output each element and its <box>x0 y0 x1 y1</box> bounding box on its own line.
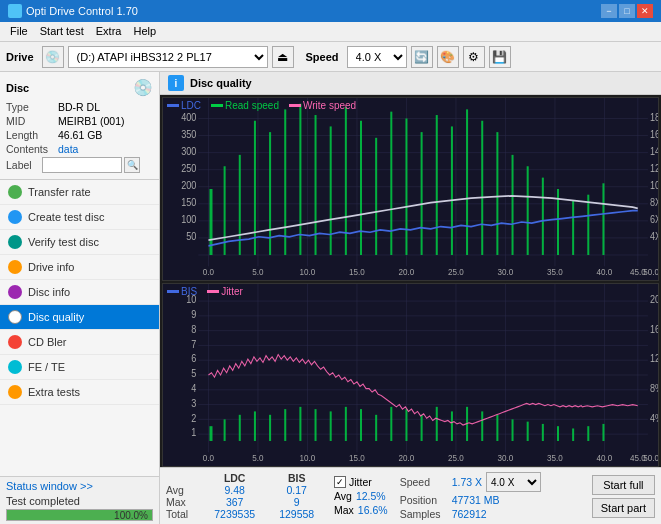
speed-stat-select[interactable]: 4.0 X <box>486 472 541 492</box>
svg-rect-68 <box>527 166 529 255</box>
sidebar-status-area: Status window >> Test completed 100.0% <box>0 476 159 524</box>
svg-rect-145 <box>572 428 574 441</box>
svg-rect-123 <box>239 415 241 441</box>
settings-button[interactable]: ⚙ <box>463 46 485 68</box>
svg-text:8%: 8% <box>650 383 658 395</box>
svg-rect-142 <box>527 422 529 441</box>
cd-bler-icon <box>8 335 22 349</box>
svg-rect-139 <box>481 411 483 441</box>
right-stats: Speed 1.73 X 4.0 X Position 47731 MB Sam… <box>400 472 541 520</box>
start-full-button[interactable]: Start full <box>592 475 655 495</box>
sidebar-item-label-create-test-disc: Create test disc <box>28 211 104 223</box>
status-window-button[interactable]: Status window >> <box>6 480 93 492</box>
svg-text:6: 6 <box>191 353 196 365</box>
sidebar-item-extra-tests[interactable]: Extra tests <box>0 380 159 405</box>
svg-text:30.0: 30.0 <box>498 453 514 464</box>
minimize-button[interactable]: − <box>601 4 617 18</box>
disc-type-label: Type <box>6 101 58 113</box>
create-test-disc-icon <box>8 210 22 224</box>
drive-select[interactable]: (D:) ATAPI iHBS312 2 PL17 <box>68 46 268 68</box>
svg-text:20%: 20% <box>650 294 658 306</box>
progress-bar: 100.0% <box>6 509 153 521</box>
menu-help[interactable]: Help <box>127 24 162 39</box>
menubar: File Start test Extra Help <box>0 22 661 42</box>
jitter-label: Jitter <box>349 476 372 488</box>
chart2-container: BIS Jitter <box>162 283 659 467</box>
jitter-line-icon <box>207 290 219 293</box>
menu-extra[interactable]: Extra <box>90 24 128 39</box>
svg-rect-61 <box>421 132 423 255</box>
svg-rect-51 <box>269 132 271 255</box>
jitter-checkbox[interactable]: ✓ <box>334 476 346 488</box>
sidebar-item-label-extra-tests: Extra tests <box>28 386 80 398</box>
read-speed-line-icon <box>211 104 223 107</box>
sidebar-item-drive-info[interactable]: Drive info <box>0 255 159 280</box>
toolbar: Drive 💿 (D:) ATAPI iHBS312 2 PL17 ⏏ Spee… <box>0 42 661 72</box>
svg-rect-129 <box>330 411 332 441</box>
color-button[interactable]: 🎨 <box>437 46 459 68</box>
samples-value: 762912 <box>452 508 487 520</box>
sidebar-item-label-disc-quality: Disc quality <box>28 311 84 323</box>
svg-rect-147 <box>602 424 604 441</box>
close-button[interactable]: ✕ <box>637 4 653 18</box>
disc-label-input[interactable] <box>42 157 122 173</box>
stats-total-row: Total 7239535 129558 <box>166 508 326 520</box>
menu-start-test[interactable]: Start test <box>34 24 90 39</box>
start-part-button[interactable]: Start part <box>592 498 655 518</box>
save-button[interactable]: 💾 <box>489 46 511 68</box>
svg-text:0.0: 0.0 <box>203 453 214 464</box>
svg-rect-50 <box>254 121 256 255</box>
disc-contents-row: Contents data <box>6 143 153 155</box>
svg-rect-128 <box>315 409 317 441</box>
legend-bis: BIS <box>167 286 197 297</box>
jitter-avg-row: Avg 12.5% <box>334 490 388 502</box>
sidebar-item-disc-quality[interactable]: Disc quality <box>0 305 159 330</box>
fe-te-icon <box>8 360 22 374</box>
sidebar-item-verify-test-disc[interactable]: Verify test disc <box>0 230 159 255</box>
svg-rect-57 <box>360 121 362 255</box>
svg-rect-132 <box>375 415 377 441</box>
svg-rect-71 <box>572 200 574 255</box>
svg-text:4%: 4% <box>650 412 658 424</box>
stats-avg-label: Avg <box>166 484 202 496</box>
speed-select[interactable]: 4.0 X <box>347 46 407 68</box>
sidebar-item-create-test-disc[interactable]: Create test disc <box>0 205 159 230</box>
svg-text:9: 9 <box>191 309 196 321</box>
titlebar: Opti Drive Control 1.70 − □ ✕ <box>0 0 661 22</box>
svg-text:4X: 4X <box>650 231 658 243</box>
svg-text:40.0: 40.0 <box>597 453 613 464</box>
svg-text:3: 3 <box>191 397 196 409</box>
legend-read-speed: Read speed <box>211 100 279 111</box>
svg-text:250: 250 <box>181 162 196 174</box>
titlebar-left: Opti Drive Control 1.70 <box>8 4 138 18</box>
svg-text:15.0: 15.0 <box>349 267 365 278</box>
sidebar-item-fe-te[interactable]: FE / TE <box>0 355 159 380</box>
maximize-button[interactable]: □ <box>619 4 635 18</box>
svg-text:40.0: 40.0 <box>597 267 613 278</box>
refresh-button[interactable]: 🔄 <box>411 46 433 68</box>
sidebar-item-disc-info[interactable]: Disc info <box>0 280 159 305</box>
svg-text:35.0: 35.0 <box>547 453 563 464</box>
svg-text:10.0: 10.0 <box>300 267 316 278</box>
disc-label-button[interactable]: 🔍 <box>124 157 140 173</box>
start-buttons: Start full Start part <box>592 475 655 518</box>
disc-contents-label: Contents <box>6 143 58 155</box>
sidebar-item-label-transfer-rate: Transfer rate <box>28 186 91 198</box>
jitter-max-label: Max <box>334 504 354 516</box>
samples-row: Samples 762912 <box>400 508 541 520</box>
svg-rect-59 <box>390 112 392 255</box>
svg-rect-63 <box>451 126 453 255</box>
menu-file[interactable]: File <box>4 24 34 39</box>
svg-text:200: 200 <box>181 179 196 191</box>
svg-rect-58 <box>375 138 377 255</box>
stats-total-bis: 129558 <box>267 508 326 520</box>
svg-text:12%: 12% <box>650 353 658 365</box>
drive-icon-btn[interactable]: 💿 <box>42 46 64 68</box>
eject-button[interactable]: ⏏ <box>272 46 294 68</box>
sidebar-item-cd-bler[interactable]: CD Bler <box>0 330 159 355</box>
sidebar-item-transfer-rate[interactable]: Transfer rate <box>0 180 159 205</box>
svg-rect-143 <box>542 424 544 441</box>
svg-rect-60 <box>405 118 407 255</box>
disc-length-row: Length 46.61 GB <box>6 129 153 141</box>
speed-label: Speed <box>306 51 339 63</box>
